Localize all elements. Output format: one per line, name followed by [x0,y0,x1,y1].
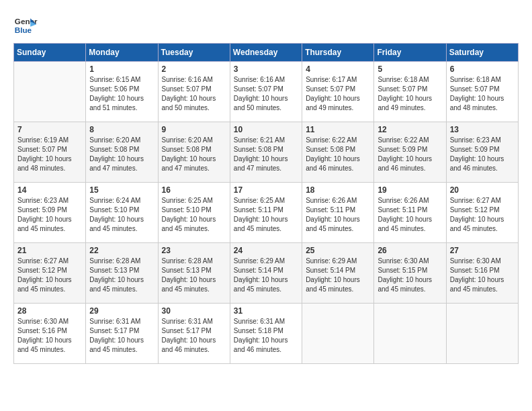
day-info: Sunrise: 6:16 AM Sunset: 5:07 PM Dayligh… [162,75,226,113]
day-number: 11 [306,125,370,134]
day-number: 3 [234,64,298,74]
calendar-cell: 14Sunrise: 6:23 AM Sunset: 5:09 PM Dayli… [14,183,86,243]
calendar-cell [302,304,374,364]
calendar-cell: 27Sunrise: 6:30 AM Sunset: 5:16 PM Dayli… [446,243,518,304]
weekday-header-sunday: Sunday [14,44,86,62]
weekday-header-monday: Monday [86,44,158,62]
logo: General Blue [13,13,38,38]
day-number: 16 [162,185,226,195]
day-info: Sunrise: 6:26 AM Sunset: 5:11 PM Dayligh… [378,196,442,234]
day-info: Sunrise: 6:15 AM Sunset: 5:06 PM Dayligh… [89,75,154,113]
day-number: 31 [234,306,298,316]
day-info: Sunrise: 6:25 AM Sunset: 5:10 PM Dayligh… [162,196,226,234]
calendar-cell: 28Sunrise: 6:30 AM Sunset: 5:16 PM Dayli… [14,304,86,364]
day-info: Sunrise: 6:30 AM Sunset: 5:16 PM Dayligh… [17,317,82,355]
calendar-cell: 19Sunrise: 6:26 AM Sunset: 5:11 PM Dayli… [374,183,446,243]
calendar-cell: 9Sunrise: 6:20 AM Sunset: 5:08 PM Daylig… [158,122,230,183]
day-number: 10 [234,125,298,134]
calendar-cell: 1Sunrise: 6:15 AM Sunset: 5:06 PM Daylig… [86,62,158,122]
day-number: 18 [306,185,370,195]
day-info: Sunrise: 6:31 AM Sunset: 5:18 PM Dayligh… [234,317,298,355]
calendar-cell: 11Sunrise: 6:22 AM Sunset: 5:08 PM Dayli… [302,122,374,183]
day-number: 22 [89,246,154,255]
day-info: Sunrise: 6:23 AM Sunset: 5:09 PM Dayligh… [450,136,515,173]
calendar-cell: 3Sunrise: 6:16 AM Sunset: 5:07 PM Daylig… [230,62,302,122]
calendar-cell: 17Sunrise: 6:25 AM Sunset: 5:11 PM Dayli… [230,183,302,243]
calendar-cell: 5Sunrise: 6:18 AM Sunset: 5:07 PM Daylig… [374,62,446,122]
calendar-week-row: 1Sunrise: 6:15 AM Sunset: 5:06 PM Daylig… [14,62,519,122]
day-info: Sunrise: 6:28 AM Sunset: 5:13 PM Dayligh… [89,257,154,294]
calendar-cell: 30Sunrise: 6:31 AM Sunset: 5:17 PM Dayli… [158,304,230,364]
calendar-cell: 31Sunrise: 6:31 AM Sunset: 5:18 PM Dayli… [230,304,302,364]
day-info: Sunrise: 6:27 AM Sunset: 5:12 PM Dayligh… [450,196,515,234]
day-info: Sunrise: 6:18 AM Sunset: 5:07 PM Dayligh… [378,75,442,113]
day-number: 29 [89,306,154,316]
day-number: 15 [89,185,154,195]
day-info: Sunrise: 6:26 AM Sunset: 5:11 PM Dayligh… [306,196,370,234]
calendar-cell [446,304,518,364]
calendar-cell: 25Sunrise: 6:29 AM Sunset: 5:14 PM Dayli… [302,243,374,304]
day-number: 21 [17,246,82,255]
day-info: Sunrise: 6:20 AM Sunset: 5:08 PM Dayligh… [162,136,226,173]
day-number: 28 [17,306,82,316]
day-info: Sunrise: 6:21 AM Sunset: 5:08 PM Dayligh… [234,136,298,173]
day-info: Sunrise: 6:31 AM Sunset: 5:17 PM Dayligh… [89,317,154,355]
calendar-cell: 10Sunrise: 6:21 AM Sunset: 5:08 PM Dayli… [230,122,302,183]
weekday-header-wednesday: Wednesday [230,44,302,62]
day-info: Sunrise: 6:17 AM Sunset: 5:07 PM Dayligh… [306,75,370,113]
day-info: Sunrise: 6:19 AM Sunset: 5:07 PM Dayligh… [17,136,82,173]
calendar-cell: 24Sunrise: 6:29 AM Sunset: 5:14 PM Dayli… [230,243,302,304]
day-number: 7 [17,125,82,134]
calendar-cell: 12Sunrise: 6:22 AM Sunset: 5:09 PM Dayli… [374,122,446,183]
logo-icon: General Blue [13,13,38,38]
calendar-week-row: 28Sunrise: 6:30 AM Sunset: 5:16 PM Dayli… [14,304,519,364]
day-number: 1 [89,64,154,74]
day-info: Sunrise: 6:22 AM Sunset: 5:08 PM Dayligh… [306,136,370,173]
calendar-cell: 2Sunrise: 6:16 AM Sunset: 5:07 PM Daylig… [158,62,230,122]
calendar-cell: 29Sunrise: 6:31 AM Sunset: 5:17 PM Dayli… [86,304,158,364]
day-number: 13 [450,125,515,134]
day-number: 23 [162,246,226,255]
calendar-cell: 22Sunrise: 6:28 AM Sunset: 5:13 PM Dayli… [86,243,158,304]
day-number: 2 [162,64,226,74]
day-info: Sunrise: 6:25 AM Sunset: 5:11 PM Dayligh… [234,196,298,234]
svg-text:Blue: Blue [15,26,32,34]
day-number: 6 [450,64,515,74]
calendar-week-row: 21Sunrise: 6:27 AM Sunset: 5:12 PM Dayli… [14,243,519,304]
page-header: General Blue [13,13,519,38]
day-info: Sunrise: 6:30 AM Sunset: 5:15 PM Dayligh… [378,257,442,294]
day-number: 24 [234,246,298,255]
day-info: Sunrise: 6:29 AM Sunset: 5:14 PM Dayligh… [306,257,370,294]
day-info: Sunrise: 6:18 AM Sunset: 5:07 PM Dayligh… [450,75,515,113]
day-number: 4 [306,64,370,74]
day-number: 19 [378,185,442,195]
calendar-cell: 6Sunrise: 6:18 AM Sunset: 5:07 PM Daylig… [446,62,518,122]
day-info: Sunrise: 6:30 AM Sunset: 5:16 PM Dayligh… [450,257,515,294]
day-info: Sunrise: 6:23 AM Sunset: 5:09 PM Dayligh… [17,196,82,234]
calendar-week-row: 7Sunrise: 6:19 AM Sunset: 5:07 PM Daylig… [14,122,519,183]
day-info: Sunrise: 6:22 AM Sunset: 5:09 PM Dayligh… [378,136,442,173]
day-number: 25 [306,246,370,255]
day-number: 27 [450,246,515,255]
calendar-cell: 26Sunrise: 6:30 AM Sunset: 5:15 PM Dayli… [374,243,446,304]
calendar-cell: 18Sunrise: 6:26 AM Sunset: 5:11 PM Dayli… [302,183,374,243]
day-number: 17 [234,185,298,195]
day-info: Sunrise: 6:28 AM Sunset: 5:13 PM Dayligh… [162,257,226,294]
calendar-week-row: 14Sunrise: 6:23 AM Sunset: 5:09 PM Dayli… [14,183,519,243]
calendar-cell: 8Sunrise: 6:20 AM Sunset: 5:08 PM Daylig… [86,122,158,183]
calendar-cell: 16Sunrise: 6:25 AM Sunset: 5:10 PM Dayli… [158,183,230,243]
day-info: Sunrise: 6:29 AM Sunset: 5:14 PM Dayligh… [234,257,298,294]
calendar-cell: 4Sunrise: 6:17 AM Sunset: 5:07 PM Daylig… [302,62,374,122]
day-number: 5 [378,64,442,74]
calendar-cell: 13Sunrise: 6:23 AM Sunset: 5:09 PM Dayli… [446,122,518,183]
weekday-header-tuesday: Tuesday [158,44,230,62]
calendar-table: SundayMondayTuesdayWednesdayThursdayFrid… [13,43,519,364]
calendar-cell [14,62,86,122]
day-number: 8 [89,125,154,134]
day-number: 20 [450,185,515,195]
calendar-cell: 23Sunrise: 6:28 AM Sunset: 5:13 PM Dayli… [158,243,230,304]
calendar-cell: 21Sunrise: 6:27 AM Sunset: 5:12 PM Dayli… [14,243,86,304]
day-number: 12 [378,125,442,134]
weekday-header-saturday: Saturday [446,44,518,62]
calendar-cell [374,304,446,364]
